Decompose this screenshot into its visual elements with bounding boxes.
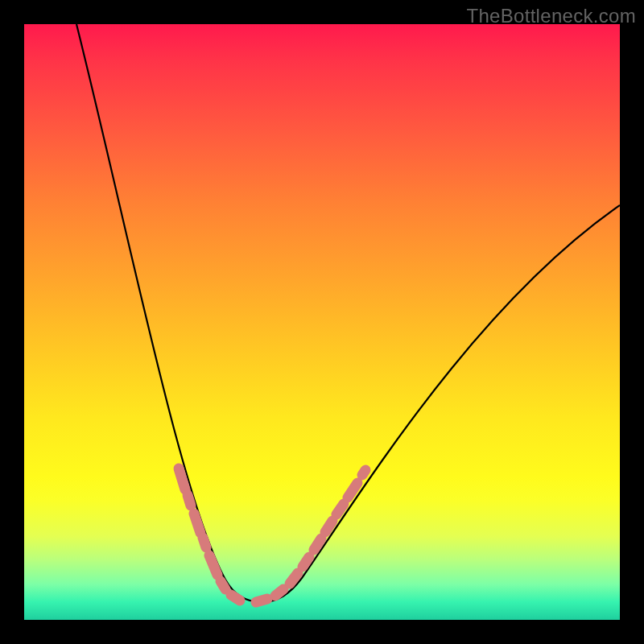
right-marker xyxy=(348,483,357,497)
left-marker-group xyxy=(179,469,240,601)
right-marker-group xyxy=(256,470,365,602)
curve-line xyxy=(76,24,620,602)
left-marker xyxy=(203,538,206,547)
left-marker xyxy=(231,595,240,601)
plot-area xyxy=(24,24,620,620)
right-marker xyxy=(256,599,267,602)
chart-svg xyxy=(24,24,620,620)
left-marker xyxy=(209,555,217,575)
left-marker xyxy=(179,469,185,489)
right-marker xyxy=(336,504,344,514)
right-marker xyxy=(314,539,321,550)
watermark-text: TheBottleneck.com xyxy=(466,5,636,27)
left-marker xyxy=(188,495,191,506)
right-marker xyxy=(325,521,332,532)
right-marker xyxy=(290,573,298,584)
left-marker xyxy=(221,581,225,589)
left-marker xyxy=(194,514,200,533)
right-marker xyxy=(303,557,309,567)
right-marker xyxy=(275,589,283,596)
right-marker xyxy=(362,470,365,475)
